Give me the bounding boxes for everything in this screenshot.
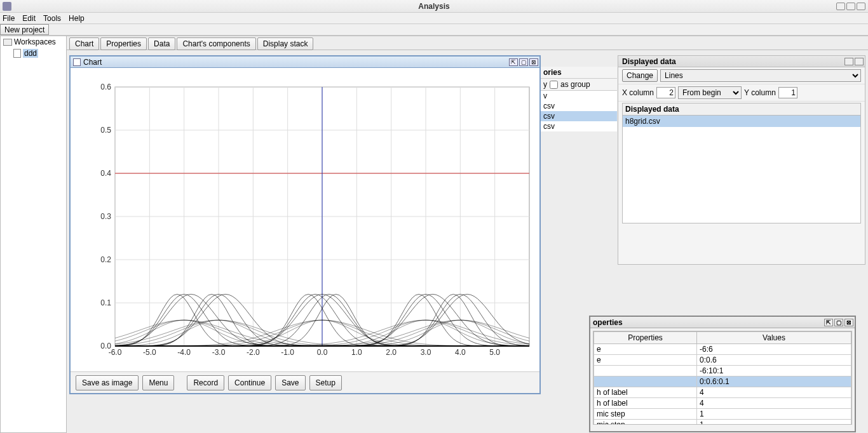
menu-file[interactable]: File xyxy=(3,14,15,23)
maximize-icon[interactable] xyxy=(855,58,864,65)
menu-help[interactable]: Help xyxy=(69,14,85,23)
svg-text:2.0: 2.0 xyxy=(386,348,397,357)
property-row[interactable]: mic step1 xyxy=(594,420,851,425)
svg-text:0.1: 0.1 xyxy=(100,298,111,307)
displayed-data-list[interactable]: h8grid.csv xyxy=(622,116,861,223)
folder-icon xyxy=(3,39,12,46)
svg-text:1.0: 1.0 xyxy=(351,348,362,357)
tree-item[interactable]: ddd xyxy=(1,48,66,59)
categories-panel-fragment: ories y as group vcsvcsvcsv xyxy=(541,67,617,131)
tab-display-stack[interactable]: Display stack xyxy=(257,37,314,50)
toolbar: New project xyxy=(0,24,868,36)
record-button[interactable]: Record xyxy=(187,375,224,390)
save-button[interactable]: Save xyxy=(275,375,305,390)
svg-text:0.0: 0.0 xyxy=(100,342,111,350)
tree-item-label: ddd xyxy=(23,49,38,58)
workspace-tree: Workspaces ddd xyxy=(0,36,67,433)
category-list-item[interactable]: csv xyxy=(541,111,617,121)
app-icon xyxy=(3,2,11,11)
workarea: Chart Properties Data Chart's components… xyxy=(67,36,868,433)
y-column-input[interactable] xyxy=(778,87,797,98)
categories-header: ories xyxy=(541,67,617,79)
svg-text:3.0: 3.0 xyxy=(421,348,431,357)
tree-root[interactable]: Workspaces xyxy=(1,36,66,48)
svg-text:-2.0: -2.0 xyxy=(247,348,260,357)
chart-window-title: Chart xyxy=(83,58,102,67)
maximize-icon[interactable]: ▢ xyxy=(519,58,528,66)
chart-window: Chart ⇱ ▢ ⊠ -6.0-5.0-4.0-3.0-2.0-1.00.01… xyxy=(69,55,541,394)
chart-window-titlebar[interactable]: Chart ⇱ ▢ ⊠ xyxy=(71,57,539,68)
svg-text:0.0: 0.0 xyxy=(317,348,328,357)
properties-titlebar[interactable]: operties ⇱ ▢ ⊠ xyxy=(590,317,855,328)
displayed-data-header[interactable]: Displayed data xyxy=(618,56,865,67)
save-as-image-button[interactable]: Save as image xyxy=(76,375,139,390)
tab-properties[interactable]: Properties xyxy=(100,37,147,50)
detach-icon[interactable] xyxy=(844,58,853,65)
svg-text:-3.0: -3.0 xyxy=(212,348,226,357)
col-values: Values xyxy=(697,332,851,344)
svg-text:0.2: 0.2 xyxy=(100,255,111,264)
detach-icon[interactable]: ⇱ xyxy=(509,58,518,66)
chart-svg: -6.0-5.0-4.0-3.0-2.0-1.00.01.02.03.04.05… xyxy=(71,68,542,371)
category-list-item[interactable]: csv xyxy=(541,101,617,111)
menu-edit[interactable]: Edit xyxy=(22,14,36,23)
close-icon[interactable] xyxy=(857,3,865,10)
continue-button[interactable]: Continue xyxy=(228,375,271,390)
svg-text:0.4: 0.4 xyxy=(100,169,111,178)
svg-text:-4.0: -4.0 xyxy=(177,348,191,357)
new-project-button[interactable]: New project xyxy=(0,24,49,35)
file-icon xyxy=(13,49,21,58)
minimize-icon[interactable] xyxy=(836,3,845,10)
chart-window-icon xyxy=(73,58,81,66)
tab-chart[interactable]: Chart xyxy=(69,37,99,50)
window-title: Analysis xyxy=(418,2,449,11)
maximize-icon[interactable] xyxy=(846,3,855,10)
svg-text:5.0: 5.0 xyxy=(489,348,500,357)
displayed-data-panel: Displayed data Change Lines X column Fro… xyxy=(618,55,865,265)
svg-text:4.0: 4.0 xyxy=(455,348,466,357)
category-suffix: y xyxy=(543,80,547,89)
y-column-label: Y column xyxy=(744,88,776,97)
svg-text:-5.0: -5.0 xyxy=(143,348,156,357)
category-list-item[interactable]: csv xyxy=(541,121,617,131)
as-group-checkbox[interactable] xyxy=(550,81,558,89)
as-group-label: as group xyxy=(560,80,590,89)
plot-area: -6.0-5.0-4.0-3.0-2.0-1.00.01.02.03.04.05… xyxy=(71,68,539,371)
category-list-item[interactable]: v xyxy=(541,91,617,101)
setup-button[interactable]: Setup xyxy=(309,375,342,390)
property-row[interactable]: -6:10:1 xyxy=(594,366,851,376)
property-row[interactable]: h of label4 xyxy=(594,387,851,398)
property-row[interactable]: e0:0.6 xyxy=(594,355,851,366)
properties-table[interactable]: Properties Values e-6:6e0:0.6-6:10:10:0.… xyxy=(593,331,851,425)
properties-window: operties ⇱ ▢ ⊠ Properties Values e-6:6e0… xyxy=(589,316,856,432)
tab-components[interactable]: Chart's components xyxy=(177,37,255,50)
chart-buttons: Save as image Menu Record Continue Save … xyxy=(71,371,539,393)
change-button[interactable]: Change xyxy=(622,69,658,82)
detach-icon[interactable]: ⇱ xyxy=(824,319,833,326)
x-from-select[interactable]: From begin xyxy=(678,86,742,99)
property-row[interactable]: e-6:6 xyxy=(594,344,851,355)
property-row[interactable]: 0:0.6:0.1 xyxy=(594,376,851,387)
maximize-icon[interactable]: ▢ xyxy=(834,319,843,326)
svg-text:0.5: 0.5 xyxy=(100,126,111,135)
tabs: Chart Properties Data Chart's components… xyxy=(67,36,868,50)
close-icon[interactable]: ⊠ xyxy=(844,319,853,326)
close-icon[interactable]: ⊠ xyxy=(529,58,538,66)
window-titlebar: Analysis xyxy=(0,0,868,13)
x-column-label: X column xyxy=(622,88,654,97)
tree-root-label: Workspaces xyxy=(14,37,56,46)
menu-button[interactable]: Menu xyxy=(142,375,174,390)
property-row[interactable]: h of label4 xyxy=(594,398,851,409)
menu-tools[interactable]: Tools xyxy=(43,14,61,23)
displayed-data-item[interactable]: h8grid.csv xyxy=(623,116,860,127)
svg-text:0.3: 0.3 xyxy=(100,212,111,221)
tab-data[interactable]: Data xyxy=(148,37,175,50)
svg-text:0.6: 0.6 xyxy=(100,83,111,91)
displayed-data-list-header: Displayed data xyxy=(622,103,861,116)
chart-type-select[interactable]: Lines xyxy=(660,69,861,82)
menubar: File Edit Tools Help xyxy=(0,13,868,24)
property-row[interactable]: mic step1 xyxy=(594,409,851,420)
col-properties: Properties xyxy=(594,332,697,344)
svg-text:-1.0: -1.0 xyxy=(281,348,294,357)
x-column-input[interactable] xyxy=(656,87,675,98)
